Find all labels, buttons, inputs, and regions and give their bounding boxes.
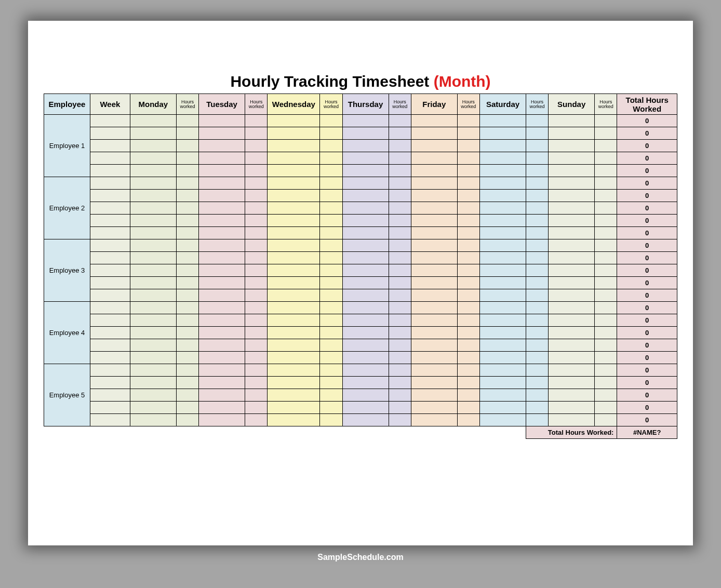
- footer-spacer: [44, 426, 526, 439]
- data-cell: [342, 239, 389, 252]
- data-cell: [199, 227, 245, 239]
- data-cell: [245, 264, 268, 277]
- data-cell: [245, 202, 268, 215]
- data-cell: [342, 264, 389, 277]
- data-cell: [480, 364, 526, 377]
- data-cell: [526, 327, 548, 339]
- data-cell: [549, 314, 595, 327]
- data-cell: [389, 239, 411, 252]
- data-cell: [411, 115, 457, 127]
- data-cell: [176, 402, 198, 414]
- data-cell: [320, 215, 342, 227]
- data-cell: [342, 339, 389, 352]
- data-cell: [320, 227, 342, 239]
- data-cell: [411, 227, 457, 239]
- table-row: Employee 20: [44, 177, 677, 190]
- employee-cell: Employee 2: [44, 177, 90, 239]
- data-cell: [268, 115, 320, 127]
- hdr-total: Total Hours Worked: [617, 94, 677, 115]
- data-cell: [526, 115, 548, 127]
- data-cell: [268, 190, 320, 202]
- data-cell: [199, 127, 245, 140]
- data-cell: [199, 140, 245, 152]
- table-row: 0: [44, 202, 677, 215]
- data-cell: [342, 289, 389, 302]
- data-cell: [176, 339, 198, 352]
- data-cell: [130, 289, 176, 302]
- data-cell: [480, 402, 526, 414]
- data-cell: [268, 264, 320, 277]
- data-cell: [320, 327, 342, 339]
- data-cell: [480, 190, 526, 202]
- data-cell: [411, 389, 457, 402]
- data-cell: [480, 352, 526, 364]
- data-cell: [199, 314, 245, 327]
- data-cell: [268, 414, 320, 426]
- watermark: SampleSchedule.com: [28, 553, 693, 562]
- employee-cell: Employee 4: [44, 302, 90, 364]
- data-cell: [90, 302, 130, 314]
- total-cell: 0: [617, 202, 677, 215]
- data-cell: [389, 327, 411, 339]
- data-cell: [595, 339, 617, 352]
- data-cell: [199, 414, 245, 426]
- hdr-thursday: Thursday: [342, 94, 389, 115]
- data-cell: [130, 202, 176, 215]
- data-cell: [457, 115, 479, 127]
- data-cell: [199, 289, 245, 302]
- title-month: (Month): [434, 73, 491, 90]
- data-cell: [320, 239, 342, 252]
- data-cell: [549, 377, 595, 389]
- document-page: Hourly Tracking Timesheet (Month) Employ…: [28, 21, 693, 545]
- table-row: 0: [44, 402, 677, 414]
- data-cell: [411, 202, 457, 215]
- hdr-friday: Friday: [411, 94, 457, 115]
- data-cell: [549, 364, 595, 377]
- data-cell: [480, 264, 526, 277]
- table-row: 0: [44, 140, 677, 152]
- data-cell: [130, 127, 176, 140]
- table-row: 0: [44, 190, 677, 202]
- data-cell: [342, 414, 389, 426]
- data-cell: [342, 377, 389, 389]
- data-cell: [245, 402, 268, 414]
- data-cell: [595, 414, 617, 426]
- data-cell: [268, 127, 320, 140]
- data-cell: [389, 389, 411, 402]
- data-cell: [389, 127, 411, 140]
- data-cell: [130, 389, 176, 402]
- data-cell: [411, 352, 457, 364]
- data-cell: [245, 140, 268, 152]
- data-cell: [320, 402, 342, 414]
- timesheet-body: Employee 100000Employee 200000Employee 3…: [44, 115, 677, 439]
- data-cell: [176, 414, 198, 426]
- data-cell: [320, 202, 342, 215]
- data-cell: [480, 127, 526, 140]
- data-cell: [389, 152, 411, 165]
- data-cell: [549, 252, 595, 264]
- data-cell: [90, 115, 130, 127]
- data-cell: [457, 377, 479, 389]
- hdr-week: Week: [90, 94, 130, 115]
- header-row: Employee Week Monday Hours worked Tuesda…: [44, 94, 677, 115]
- total-cell: 0: [617, 252, 677, 264]
- table-row: 0: [44, 339, 677, 352]
- data-cell: [457, 127, 479, 140]
- data-cell: [480, 177, 526, 190]
- data-cell: [411, 190, 457, 202]
- data-cell: [320, 389, 342, 402]
- data-cell: [320, 165, 342, 177]
- data-cell: [342, 277, 389, 289]
- data-cell: [457, 314, 479, 327]
- data-cell: [342, 140, 389, 152]
- data-cell: [130, 264, 176, 277]
- data-cell: [245, 339, 268, 352]
- data-cell: [320, 177, 342, 190]
- hdr-thursday-hours: Hours worked: [389, 94, 411, 115]
- data-cell: [199, 152, 245, 165]
- total-cell: 0: [617, 352, 677, 364]
- total-cell: 0: [617, 190, 677, 202]
- footer-value: #NAME?: [617, 426, 677, 439]
- data-cell: [411, 140, 457, 152]
- data-cell: [389, 302, 411, 314]
